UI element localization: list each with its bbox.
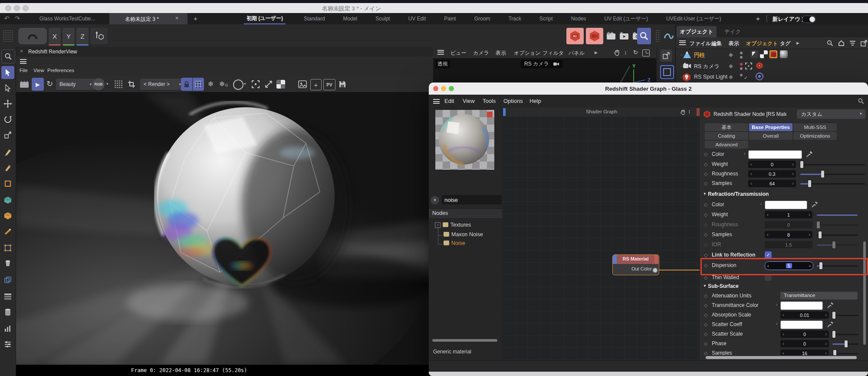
freeze-geo-icon[interactable]: ❄G [219, 80, 228, 88]
viewport-menu-panel[interactable]: パネル [569, 49, 585, 57]
expand-arrow[interactable]: › [776, 321, 777, 326]
layout-tab[interactable]: Groom [474, 16, 490, 22]
shader-menu-help[interactable]: Help [529, 98, 541, 104]
table-tool[interactable] [1, 290, 14, 303]
viewport-menu-view[interactable]: ビュー [450, 49, 467, 57]
add-layout-icon[interactable]: + [756, 15, 760, 22]
add-image-icon[interactable]: + [310, 79, 322, 90]
redo-icon[interactable]: ↷ [15, 15, 20, 22]
chart-tool[interactable] [1, 322, 14, 335]
viewport-menu-options[interactable]: オプション [514, 49, 540, 57]
cube-wire-tool[interactable] [1, 274, 14, 287]
slider-thumb[interactable] [833, 350, 836, 355]
object-export-icon[interactable] [860, 39, 868, 47]
step-right-icon[interactable]: › [823, 312, 829, 318]
collapse-icon[interactable]: ▼ [703, 284, 707, 288]
step-left-icon[interactable]: ‹ [780, 331, 786, 337]
value-field[interactable]: ‹16› [780, 350, 829, 355]
inspector-horizontal-scrollbar[interactable] [706, 356, 857, 359]
object-menu-view[interactable]: 表示 [729, 40, 739, 47]
toggle-view-icon[interactable] [642, 49, 650, 56]
phong-tag[interactable] [750, 50, 758, 58]
object-home-icon[interactable] [837, 39, 845, 47]
layer-diamond-icon[interactable]: ◆ [729, 63, 733, 69]
layout-tab[interactable]: Nodes [571, 16, 586, 22]
scale-tool[interactable] [1, 129, 14, 142]
new-layout-label[interactable]: 新レイアウト [773, 16, 806, 23]
slider-thumb[interactable] [821, 171, 824, 178]
object-row-camera[interactable]: RS カメラ ◆ [676, 61, 868, 72]
step-right-icon[interactable]: › [823, 340, 829, 347]
expand-arrow[interactable]: › [760, 201, 762, 206]
image-icon[interactable] [297, 79, 308, 89]
visibility-dot-top[interactable] [740, 74, 743, 76]
value-field[interactable]: ‹0.01› [780, 311, 829, 319]
lock-button[interactable] [181, 78, 192, 91]
node-graph-canvas[interactable]: RS Material Out Color Output Surface [503, 116, 700, 360]
step-right-icon[interactable]: › [806, 231, 812, 238]
layout-tab[interactable]: UV Edit [408, 16, 426, 22]
renderview-close-icon[interactable]: × [20, 48, 23, 54]
tab-overall[interactable]: Overall [749, 132, 792, 140]
levels-tool[interactable] [1, 338, 14, 351]
slider-track[interactable] [817, 265, 858, 267]
viewport-menu-more-icon[interactable]: ▶ [595, 50, 598, 55]
step-right-icon[interactable]: › [807, 263, 813, 269]
export-view-icon[interactable] [660, 49, 672, 62]
render-canvas[interactable] [16, 92, 433, 365]
tab-coating[interactable]: Coating [705, 132, 748, 140]
sketch-tool[interactable] [1, 162, 14, 175]
layout-tab[interactable]: Sculpt [375, 16, 390, 22]
slider-track[interactable] [800, 164, 865, 165]
object-filter-icon[interactable] [848, 39, 856, 47]
redshift-camera-tag[interactable] [756, 62, 763, 69]
slider-track[interactable] [832, 334, 858, 335]
attenuation-dropdown[interactable]: Transmittance [780, 292, 858, 300]
renderview-tab-title[interactable]: Redshift RenderView [28, 49, 77, 55]
shader-hamburger-icon[interactable] [433, 99, 440, 104]
undo-icon[interactable]: ↶ [4, 15, 10, 22]
tree-item-maxon-noise[interactable]: Maxon Noise [429, 231, 503, 239]
color-swatch[interactable] [765, 201, 807, 209]
tab-basic[interactable]: 基本 [705, 123, 748, 131]
render-dropdown[interactable]: < Render >▾ [140, 79, 184, 90]
save-image-icon[interactable] [337, 79, 348, 89]
doc-tab-active[interactable]: 名称未設定 3 * × [109, 13, 187, 24]
slider-track[interactable] [817, 234, 858, 236]
render-button[interactable] [618, 29, 630, 43]
step-left-icon[interactable]: ‹ [748, 171, 754, 177]
eyedropper-icon[interactable] [827, 302, 834, 308]
shader-menu-options[interactable]: Options [503, 98, 523, 104]
tab-base-properties-active[interactable]: Base Properties [749, 123, 792, 131]
light-target-tag[interactable] [756, 73, 763, 80]
redshift-renderview-button[interactable]: RV [566, 28, 584, 44]
canvas-tab-label[interactable]: Shader Graph [503, 109, 700, 114]
object-hamburger-icon[interactable] [679, 40, 686, 45]
tree-collapse-icon[interactable]: − [435, 222, 441, 228]
cylinder-tool[interactable] [1, 306, 14, 319]
target-icon[interactable] [745, 63, 752, 69]
step-left-icon[interactable]: ‹ [780, 350, 786, 355]
out-color-port[interactable] [652, 267, 658, 273]
object-search-icon[interactable] [826, 39, 834, 47]
dolly-icon[interactable]: ↕ [624, 49, 627, 56]
object-menu-edit[interactable]: 編集 [711, 40, 722, 47]
expand-arrow[interactable]: › [744, 151, 745, 156]
visibility-dot-bottom[interactable] [740, 56, 743, 59]
material-preview-tag[interactable] [780, 50, 788, 58]
tree-item-noise-selected[interactable]: Noise [429, 240, 503, 247]
node-search-input[interactable] [442, 195, 502, 204]
step-left-icon[interactable]: ‹ [748, 161, 754, 168]
slider-thumb[interactable] [819, 231, 822, 238]
view-cube-icon[interactable] [660, 65, 674, 79]
slider-thumb[interactable] [800, 161, 803, 168]
slider-track[interactable] [832, 353, 858, 354]
object-row-cylinder[interactable]: 円柱 ◆ [676, 49, 868, 60]
viewport-hamburger-icon[interactable] [437, 50, 444, 55]
rotate-tool[interactable] [1, 113, 14, 126]
pan-icon[interactable] [613, 49, 621, 56]
cup-tool[interactable] [1, 257, 14, 270]
layout-tab-active[interactable]: 初期 (ユーザー) [244, 13, 286, 25]
move-tool[interactable] [1, 97, 14, 110]
cube-green-tool[interactable] [1, 194, 14, 207]
